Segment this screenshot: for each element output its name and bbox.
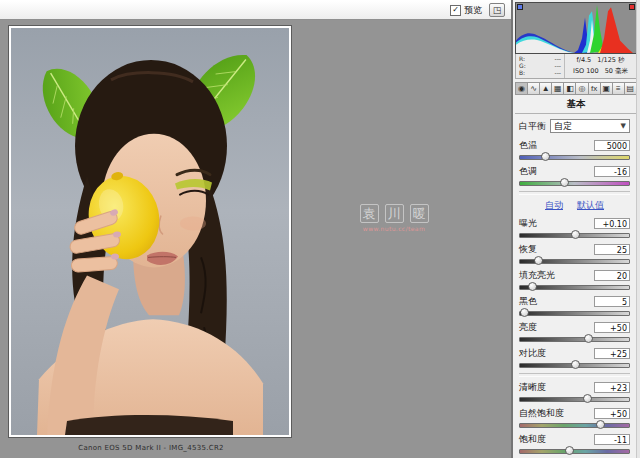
tab-hsl-grayscale[interactable]: ▦ (551, 82, 563, 95)
slider-value-input[interactable]: +0.10 (594, 218, 630, 229)
highlight-clipping-indicator[interactable] (629, 4, 635, 10)
tab-detail[interactable]: ▲ (539, 82, 551, 95)
divider (519, 373, 630, 377)
slider-label: 曝光 (519, 217, 537, 230)
slider-track[interactable] (519, 420, 630, 430)
tab-lens-corrections[interactable]: ◎ (575, 82, 587, 95)
tab-basic[interactable]: ◉ (515, 82, 527, 95)
histogram-chart (516, 3, 636, 53)
slider-track[interactable] (519, 334, 630, 344)
slider-thumb[interactable] (571, 360, 580, 369)
watermark-characters: 袁川暖 (344, 203, 444, 223)
auto-link[interactable]: 自动 (545, 199, 563, 212)
slider-label: 黑色 (519, 295, 537, 308)
slider-row: 曝光 +0.10 (519, 217, 630, 240)
panel-tab-bar: ◉∿▲▦◧◎fx▣≡▤ (515, 82, 637, 95)
watermark-char: 袁 (360, 204, 379, 223)
aperture-value: f/4.5 (576, 56, 591, 65)
panel-title: 基本 (515, 95, 637, 114)
filename-caption: Canon EOS 5D Mark II - IMG_4535.CR2 (8, 444, 294, 452)
watermark: 袁川暖 www.nutu.cc/team (344, 203, 444, 232)
shadow-clipping-indicator[interactable] (517, 4, 523, 10)
slider-thumb[interactable] (520, 308, 529, 317)
tab-camera-calibration[interactable]: ▣ (600, 82, 612, 95)
slider-thumb[interactable] (584, 334, 593, 343)
slider-value-input[interactable]: +23 (594, 382, 630, 393)
tab-tone-curve[interactable]: ∿ (527, 82, 539, 95)
fullscreen-icon: ◳ (493, 5, 502, 15)
slider-value-input[interactable]: -11 (594, 434, 630, 445)
tab-snapshots[interactable]: ▤ (624, 82, 637, 95)
watermark-url: www.nutu.cc/team (344, 225, 444, 232)
preview-checkbox[interactable]: ✓ 预览 (450, 4, 482, 17)
image-info-strip: R:--- G:--- B:--- f/4.51/125 秒 ISO 10050… (515, 54, 637, 79)
histogram[interactable] (515, 2, 637, 54)
slider-track[interactable] (519, 446, 630, 456)
toolbar: ✓ 预览 ◳ (0, 0, 511, 20)
slider-value-input[interactable]: -16 (594, 166, 630, 177)
slider-label: 色调 (519, 165, 537, 178)
slider-value-input[interactable]: 5 (594, 296, 630, 307)
slider-thumb[interactable] (583, 394, 592, 403)
slider-label: 填充亮光 (519, 269, 555, 282)
slider-track[interactable] (519, 256, 630, 266)
slider-track[interactable] (519, 230, 630, 240)
slider-row: 自然饱和度 +50 (519, 407, 630, 430)
focal-length-value: 50 毫米 (605, 67, 628, 76)
slider-value-input[interactable]: 5000 (594, 140, 630, 151)
shutter-value: 1/125 秒 (597, 56, 624, 65)
slider-row: 色温 5000 (519, 139, 630, 162)
checkbox-checked-icon[interactable]: ✓ (450, 5, 461, 16)
preview-canvas[interactable]: 袁川暖 www.nutu.cc/team Canon EOS 5D Mark I… (0, 20, 511, 458)
slider-thumb[interactable] (541, 152, 550, 161)
chevron-down-icon: ▼ (621, 122, 626, 130)
white-balance-value: 自定 (554, 120, 572, 133)
preview-area: ✓ 预览 ◳ (0, 0, 511, 458)
tone-sliders: 曝光 +0.10 恢复 25 填充亮光 20 黑色 5 (519, 217, 630, 370)
slider-value-input[interactable]: 20 (594, 270, 630, 281)
white-balance-select[interactable]: 自定 ▼ (550, 119, 630, 133)
white-balance-sliders: 色温 5000 色调 -16 (519, 139, 630, 188)
rgb-b-label: B: (519, 70, 525, 76)
slider-row: 饱和度 -11 (519, 433, 630, 456)
slider-value-input[interactable]: 25 (594, 244, 630, 255)
slider-track[interactable] (519, 394, 630, 404)
tab-split-toning[interactable]: ◧ (563, 82, 575, 95)
histogram-red-peak (600, 7, 633, 53)
slider-track[interactable] (519, 308, 630, 318)
tab-presets[interactable]: ≡ (612, 82, 624, 95)
slider-label: 亮度 (519, 321, 537, 334)
slider-label: 色温 (519, 139, 537, 152)
rgb-b-value: --- (555, 70, 562, 76)
slider-value-input[interactable]: +50 (594, 322, 630, 333)
photo-image (11, 28, 289, 435)
tab-effects[interactable]: fx (588, 82, 600, 95)
slider-track[interactable] (519, 360, 630, 370)
white-balance-label: 白平衡 (519, 120, 546, 133)
slider-thumb[interactable] (534, 256, 543, 265)
camera-raw-dialog: ✓ 预览 ◳ (0, 0, 640, 458)
slider-thumb[interactable] (560, 178, 569, 187)
slider-value-input[interactable]: +50 (594, 408, 630, 419)
slider-row: 清晰度 +23 (519, 381, 630, 404)
watermark-char: 暖 (410, 204, 429, 223)
iso-value: ISO 100 (573, 67, 599, 76)
slider-label: 清晰度 (519, 381, 546, 394)
default-link[interactable]: 默认值 (577, 199, 604, 212)
slider-label: 自然饱和度 (519, 407, 564, 420)
slider-row: 亮度 +50 (519, 321, 630, 344)
slider-thumb[interactable] (571, 230, 580, 239)
slider-row: 对比度 +25 (519, 347, 630, 370)
slider-label: 饱和度 (519, 433, 546, 446)
slider-track[interactable] (519, 178, 630, 188)
slider-track[interactable] (519, 152, 630, 162)
basic-panel-body: 白平衡 自定 ▼ 色温 5000 色调 -16 (513, 114, 637, 456)
fullscreen-toggle-button[interactable]: ◳ (489, 3, 505, 17)
rgb-readout: R:--- G:--- B:--- (516, 54, 565, 78)
slider-value-input[interactable]: +25 (594, 348, 630, 359)
slider-track[interactable] (519, 282, 630, 292)
photo-frame (8, 25, 292, 438)
presence-sliders: 清晰度 +23 自然饱和度 +50 饱和度 -11 (519, 381, 630, 456)
slider-thumb[interactable] (565, 446, 574, 455)
exif-readout: f/4.51/125 秒 ISO 10050 毫米 (565, 54, 636, 78)
